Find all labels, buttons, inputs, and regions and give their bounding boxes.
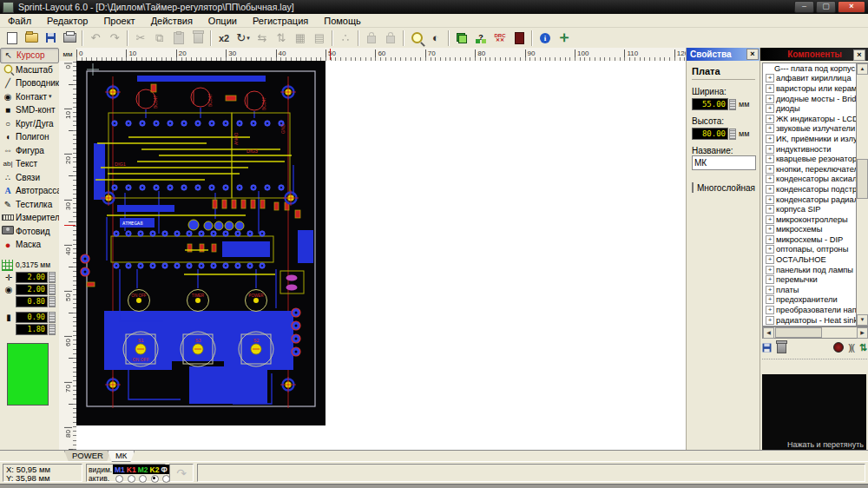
minimize-button[interactable]: – [794, 1, 814, 13]
smd-height-spinner[interactable] [49, 324, 56, 335]
expand-icon[interactable]: + [766, 255, 774, 264]
layer-Ф[interactable]: Ф [161, 465, 167, 474]
refresh-icon[interactable]: ⇅ [859, 342, 867, 353]
component-category[interactable]: +ЖК индикаторы - LCD [763, 114, 857, 124]
expand-icon[interactable]: + [766, 195, 774, 204]
layer-M2[interactable]: M2 [138, 465, 148, 474]
open-button[interactable] [22, 30, 41, 47]
board-width-spinner[interactable] [729, 99, 736, 110]
tool-measure[interactable]: Измеритель [0, 211, 59, 225]
board-height-value[interactable]: 80.00 [692, 128, 728, 140]
menu-item-Регистрация[interactable]: Регистрация [245, 16, 316, 26]
components-hscrollbar[interactable]: ◀ ▶ [762, 326, 868, 339]
component-category[interactable]: +звуковые излучатели [763, 124, 857, 135]
align-button[interactable]: ▦ [291, 30, 310, 47]
component-category[interactable]: G--- плата под корпус.LMK [763, 63, 857, 74]
rotate-dropdown-icon[interactable]: ▾ [247, 35, 250, 42]
delete-button[interactable] [188, 30, 207, 47]
print-button[interactable] [60, 30, 79, 47]
pad-outer-spinner[interactable] [49, 284, 56, 295]
rotate-button[interactable]: ↻▾ [233, 30, 253, 47]
component-category[interactable]: +оптопары, оптроны [763, 245, 857, 255]
expand-icon[interactable]: + [766, 286, 774, 294]
array-button[interactable]: ▤ [310, 30, 329, 47]
board-height-spinner[interactable] [729, 129, 736, 140]
component-category[interactable]: +кнопки, переключатели - S [763, 164, 857, 175]
expand-icon[interactable]: + [766, 266, 774, 274]
close-button[interactable]: × [838, 1, 865, 13]
layer-K2[interactable]: K2 [150, 465, 160, 474]
layers-button[interactable] [452, 30, 471, 47]
expand-icon[interactable]: + [766, 104, 774, 113]
component-category[interactable]: +перемычки [763, 274, 857, 285]
smd-width-spinner[interactable] [49, 312, 56, 323]
tool-cursor[interactable]: ↖Курсор [0, 48, 59, 63]
macro-origin-icon[interactable] [833, 342, 844, 353]
component-category[interactable]: +предохранители [763, 295, 857, 306]
cut-button[interactable]: ✂ [131, 30, 150, 47]
scroll-down-icon[interactable]: ▼ [857, 314, 868, 326]
active-layer-radio-K2[interactable] [151, 475, 159, 483]
pick-icon[interactable]: )|( [849, 343, 854, 353]
tool-pad[interactable]: ◉Контакт▾ [0, 90, 59, 104]
scroll-left-icon[interactable]: ◀ [763, 327, 774, 339]
copy-button[interactable]: ⧉ [150, 30, 169, 47]
info-button[interactable]: i [536, 30, 555, 47]
duplicate-x2-button[interactable]: x2 [214, 30, 233, 47]
menu-item-Файл[interactable]: Файл [0, 16, 39, 26]
save-button[interactable] [41, 30, 60, 47]
tool-text[interactable]: ab|Текст [0, 157, 59, 171]
tool-mask[interactable]: ●Маска [0, 238, 59, 252]
menu-item-Опции[interactable]: Опции [201, 16, 245, 26]
component-category[interactable]: +радиаторы - Heat sinks [763, 315, 857, 326]
board-width-value[interactable]: 55.00 [692, 98, 728, 110]
component-category[interactable]: +микросхемы [763, 225, 857, 235]
component-category[interactable]: +микросхемы - DIP [763, 234, 857, 245]
tool-ratsnest[interactable]: ∴Связи [0, 171, 59, 185]
tool-track[interactable]: ╱Проводник [0, 76, 59, 90]
expand-icon[interactable]: + [766, 84, 774, 93]
expand-icon[interactable]: + [766, 205, 774, 214]
component-category[interactable]: +конденсаторы подстроеч [763, 184, 857, 195]
layer-K1[interactable]: K1 [127, 465, 136, 474]
tool-photoview[interactable]: Фотовид [0, 225, 59, 239]
grid-value[interactable]: 0,3175 мм [16, 260, 50, 269]
tool-smd-pad[interactable]: ■SMD-конт [0, 103, 59, 117]
menu-item-Действия[interactable]: Действия [143, 16, 201, 26]
zoom-button[interactable] [407, 30, 426, 47]
tool-shape[interactable]: ◦◦Фигура [0, 144, 59, 158]
footprint-button[interactable] [510, 30, 529, 47]
vscroll-thumb[interactable] [857, 159, 868, 199]
pcb-board-svg[interactable]: BC547 BC547 BC547 DIG3 DIG1 ANOD GND [76, 61, 326, 425]
grid-icon[interactable] [2, 260, 13, 271]
expand-icon[interactable]: + [766, 185, 774, 194]
lock-button[interactable] [362, 30, 381, 47]
scroll-up-icon[interactable]: ▲ [857, 63, 868, 75]
layer-M1[interactable]: M1 [115, 465, 125, 474]
delete-component-icon[interactable] [777, 342, 786, 353]
component-category[interactable]: +конденсаторы аксиальны [763, 175, 857, 185]
expand-icon[interactable]: + [766, 175, 774, 183]
active-layer-radio-M1[interactable] [115, 475, 123, 483]
component-preview[interactable]: Нажать и перетянуть [762, 374, 866, 451]
expand-icon[interactable]: + [766, 115, 774, 123]
mirror-horizontal-button[interactable]: ⇆ [253, 30, 272, 47]
tool-autoroute[interactable]: AАвтотрасса [0, 184, 59, 198]
board-tab-МК[interactable]: МК [108, 451, 135, 462]
pad-outer-value[interactable]: 2.00 [16, 284, 48, 295]
component-category[interactable]: +платы [763, 285, 857, 295]
expand-icon[interactable]: + [766, 235, 774, 244]
expand-icon[interactable]: + [766, 145, 774, 154]
component-category[interactable]: +индуктивности [763, 144, 857, 155]
expand-icon[interactable]: + [766, 165, 774, 174]
components-vscrollbar[interactable]: ▲ ▼ [856, 63, 868, 326]
connections-button[interactable]: ∴ [336, 30, 355, 47]
properties-close-icon[interactable]: × [746, 49, 759, 60]
check-button[interactable]: ? [471, 30, 490, 47]
component-category[interactable]: +корпуса SIP [763, 204, 857, 214]
pcb-canvas[interactable]: BC547 BC547 BC547 DIG3 DIG1 ANOD GND [76, 61, 686, 450]
expand-icon[interactable]: + [766, 295, 774, 304]
tool-circle-arc[interactable]: ○Круг/Дуга [0, 117, 59, 131]
menu-item-Редактор[interactable]: Редактор [39, 16, 95, 26]
expand-icon[interactable]: + [766, 95, 774, 103]
